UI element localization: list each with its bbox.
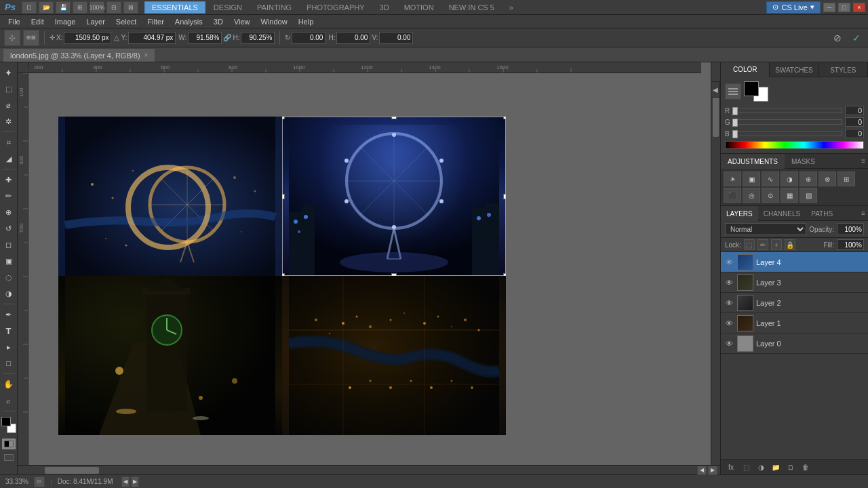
open-file-btn[interactable]: 📂 (39, 1, 54, 14)
menu-edit[interactable]: Edit (26, 15, 50, 28)
panel-collapse-btn[interactable]: ◀ (711, 81, 720, 98)
adj-colorbalance-icon[interactable]: ⊞ (837, 171, 855, 186)
brush-tool[interactable]: ✏ (1, 188, 16, 203)
add-group-btn[interactable]: 📁 (770, 462, 782, 472)
tab-essentials[interactable]: ESSENTIALS (144, 1, 205, 14)
tab-masks[interactable]: MASKS (785, 154, 822, 169)
layer-1-visibility-icon[interactable]: 👁 (724, 318, 734, 329)
rotate-input[interactable] (292, 32, 326, 44)
g-value-input[interactable]: 0 (845, 117, 864, 127)
adj-channelmix-icon[interactable]: ⊙ (762, 188, 779, 203)
status-next-btn[interactable]: ▶ (131, 476, 139, 487)
blur-tool[interactable]: ◌ (1, 270, 16, 285)
tab-adjustments[interactable]: ADJUSTMENTS (721, 154, 785, 169)
delete-layer-btn[interactable]: 🗑 (800, 462, 812, 472)
gradient-tool[interactable]: ▣ (1, 253, 16, 268)
r-value-input[interactable]: 0 (845, 106, 864, 115)
tab-layers[interactable]: LAYERS (721, 206, 758, 221)
layer-item-2[interactable]: 👁 Layer 2 (721, 293, 868, 313)
link-wh-icon[interactable]: 🔗 (223, 34, 231, 41)
r-slider-track[interactable] (734, 108, 842, 113)
menu-window[interactable]: Window (256, 15, 293, 28)
minimize-btn[interactable]: ─ (823, 3, 835, 12)
vskew-input[interactable] (379, 32, 413, 44)
g-slider-thumb[interactable] (732, 119, 738, 127)
v-scroll-thumb[interactable] (713, 96, 719, 137)
more-workspaces-btn[interactable]: » (502, 1, 520, 14)
r-slider-thumb[interactable] (732, 107, 738, 115)
text-tool[interactable]: T (1, 323, 16, 338)
color-fg-bg[interactable] (744, 81, 768, 102)
opacity-input[interactable]: 100% (837, 223, 864, 235)
layer-2-visibility-icon[interactable]: 👁 (724, 298, 734, 308)
eyedropper-tool[interactable]: ◢ (1, 151, 16, 166)
layer-item-0[interactable]: 👁 Layer 0 (721, 333, 868, 354)
adj-bw-icon[interactable]: ⬛ (724, 188, 741, 203)
move-tool[interactable]: ✦ (1, 65, 16, 80)
lock-position-icon[interactable]: + (771, 239, 782, 250)
tab-design[interactable]: DESIGN (207, 1, 249, 14)
b-slider-thumb[interactable] (732, 130, 738, 138)
color-picker-area[interactable] (0, 415, 18, 434)
menu-layer[interactable]: Layer (81, 15, 111, 28)
add-mask-btn[interactable]: ⬚ (740, 462, 752, 472)
adj-levels-icon[interactable]: ▣ (743, 171, 760, 186)
lock-paint-icon[interactable]: ✏ (757, 239, 768, 250)
vertical-scrollbar[interactable] (711, 62, 720, 465)
marquee-tool[interactable]: ⬚ (1, 81, 16, 96)
color-panel-settings-icon[interactable] (725, 83, 741, 100)
view-toggle-btn[interactable]: ⊞ (73, 1, 87, 14)
g-slider-track[interactable] (734, 119, 842, 125)
clone-tool[interactable]: ⊕ (1, 205, 16, 220)
tab-paths[interactable]: PATHS (806, 206, 838, 221)
x-input[interactable] (64, 32, 111, 44)
h-scroll-thumb[interactable] (45, 467, 99, 474)
dodge-tool[interactable]: ◑ (1, 286, 16, 301)
layer-3-visibility-icon[interactable]: 👁 (724, 277, 734, 288)
layer-item-3[interactable]: 👁 Layer 3 (721, 272, 868, 293)
screen-mode-btn[interactable]: ⊠ (123, 1, 138, 14)
tab-photography[interactable]: PHOTOGRAPHY (300, 1, 371, 14)
add-layer-style-btn[interactable]: fx (725, 462, 737, 472)
tab-motion[interactable]: MOTION (397, 1, 441, 14)
w-input[interactable] (188, 32, 222, 44)
tab-swatches[interactable]: SWATCHES (770, 62, 818, 77)
layer-item-4[interactable]: 👁 Layer 4 (721, 252, 868, 272)
status-view-btn[interactable]: ⊙ (34, 476, 45, 487)
horizontal-scrollbar[interactable]: ◀ ▶ (18, 465, 720, 474)
adj-vibrance-icon[interactable]: ⊕ (800, 171, 817, 186)
transform-options-icon[interactable]: ⊞⊠ (23, 30, 39, 46)
adj-curves-icon[interactable]: ∿ (762, 171, 779, 186)
menu-help[interactable]: Help (293, 15, 319, 28)
b-value-input[interactable]: 0 (845, 129, 864, 138)
h-input[interactable] (241, 32, 275, 44)
adj-exposure-icon[interactable]: ◑ (781, 171, 798, 186)
tab-channels[interactable]: CHANNELS (758, 206, 806, 221)
layer-0-visibility-icon[interactable]: 👁 (724, 338, 734, 349)
quick-mask-btn[interactable] (2, 439, 16, 449)
crop-tool[interactable]: ⌗ (1, 135, 16, 150)
zoom-tool[interactable]: ⌕ (1, 393, 16, 408)
arrange-btn[interactable]: ⊟ (106, 1, 121, 14)
fg-color-box[interactable] (744, 81, 759, 96)
color-spectrum-bar[interactable] (725, 141, 864, 149)
fill-input[interactable]: 100% (837, 239, 864, 250)
tab-painting[interactable]: PAINTING (250, 1, 298, 14)
tab-3d[interactable]: 3D (373, 1, 396, 14)
tab-new-in-cs5[interactable]: NEW IN CS 5 (442, 1, 501, 14)
menu-select[interactable]: Select (111, 15, 142, 28)
close-btn[interactable]: × (853, 3, 865, 12)
magic-wand-tool[interactable]: ✲ (1, 114, 16, 129)
menu-3d[interactable]: 3D (208, 15, 229, 28)
layer-4-visibility-icon[interactable]: 👁 (724, 257, 734, 268)
lasso-tool[interactable]: ⌀ (1, 98, 16, 113)
canvas-area[interactable]: 200 400 600 800 1000 1200 1400 1600 (18, 62, 711, 465)
adj-threshold-icon[interactable]: ▧ (800, 188, 817, 203)
hand-tool[interactable]: ✋ (1, 377, 16, 392)
zoom-level-btn[interactable]: 100% (90, 1, 104, 14)
new-file-btn[interactable]: 🗋 (22, 1, 37, 14)
adj-expand-icon[interactable]: ≡ (861, 157, 865, 165)
adj-brightness-icon[interactable]: ☀ (724, 171, 741, 186)
transform-tool-icon[interactable]: ⊹ (4, 30, 20, 46)
screen-mode-toggle[interactable] (2, 452, 16, 463)
